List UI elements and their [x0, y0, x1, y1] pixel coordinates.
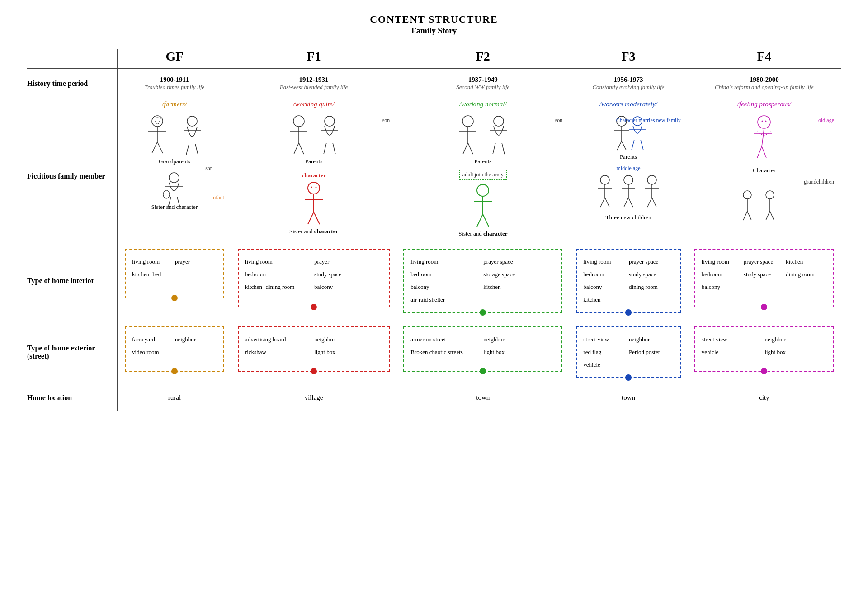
svg-line-3: [152, 142, 157, 153]
f1-parents-label: Parents: [236, 158, 392, 165]
exterior-label: Type of home exterior(street): [27, 320, 118, 385]
svg-point-6: [159, 121, 160, 122]
item-farmyard: farm yard: [132, 334, 174, 345]
history-f4-desc: China's reform and opening-up family lif…: [692, 84, 836, 91]
exterior-f4-box: street view neighbor vehicle light box: [694, 326, 834, 372]
svg-line-59: [605, 198, 609, 207]
svg-line-29: [314, 212, 320, 224]
father-f1-svg: [287, 115, 311, 156]
svg-point-25: [308, 182, 320, 194]
svg-line-9: [186, 144, 189, 155]
item-poster: Period poster: [629, 346, 674, 358]
exterior-f1-box: advertising hoard neighbor rickshaw ligh…: [238, 326, 390, 372]
room-living: living room: [702, 256, 743, 268]
interior-label: Type of home interior: [27, 242, 118, 320]
history-f4: 1980-2000 China's reform and opening-up …: [688, 69, 841, 98]
history-gf-desc: Troubled times family life: [123, 84, 226, 91]
exterior-f4-dot: [761, 368, 767, 374]
father-f2: [456, 115, 481, 156]
item-neighbor: neighbor: [764, 334, 827, 345]
item-neighbor: neighbor: [314, 334, 382, 345]
mother-f1-svg: [318, 115, 341, 156]
interior-f4-box: living room prayer space kitchen bedroom…: [694, 249, 834, 307]
item-neighbor: neighbor: [629, 334, 674, 345]
history-f1-desc: East-west blended family life: [236, 84, 392, 91]
father-f2-svg: [456, 115, 481, 156]
history-f3-year: 1956-1973: [574, 76, 683, 84]
room-kitchen-bed: kitchen+bed: [132, 269, 174, 280]
gf-grandparents-label: Grandparents: [123, 158, 226, 165]
family-f2-cell: son Parents adult join the army: [396, 110, 569, 242]
room-airraid: air-raid shelter: [410, 294, 482, 306]
history-gf-year: 1900-1911: [123, 76, 226, 84]
history-gf: 1900-1911 Troubled times family life: [118, 69, 231, 98]
grandchildren-svg: [735, 188, 793, 226]
character-f1-figure: [299, 181, 329, 227]
interior-f3-rooms: living room prayer space bedroom study s…: [583, 256, 673, 306]
svg-point-32: [462, 116, 473, 127]
svg-point-81: [766, 191, 774, 199]
location-gf: rural: [118, 385, 231, 411]
interior-gf-box: living room prayer kitchen+bed: [125, 249, 224, 298]
svg-line-40: [502, 143, 505, 154]
exterior-f3-items: street view neighbor red flag Period pos…: [583, 334, 673, 371]
room-bedroom: bedroom: [702, 269, 743, 280]
item-vehicle: vehicle: [583, 359, 628, 371]
grandpa-svg: [144, 115, 171, 156]
svg-point-75: [765, 121, 767, 122]
svg-line-19: [294, 143, 299, 154]
svg-line-58: [600, 198, 605, 207]
svg-line-44: [477, 214, 483, 227]
f1-character-label: character: [302, 172, 326, 179]
interior-f2-rooms: living room prayer space bedroom storage…: [410, 256, 555, 306]
interior-row: Type of home interior living room prayer…: [27, 242, 841, 320]
room-prayer: prayer space: [629, 256, 674, 268]
character-f2-svg: [468, 184, 498, 229]
column-headers-row: GF F1 F2 F3 F4: [27, 49, 841, 69]
f4-old-age-label: old age: [818, 117, 834, 124]
exterior-f3-dot: [625, 374, 632, 381]
svg-line-28: [308, 212, 314, 224]
location-f2: town: [396, 385, 569, 411]
interior-f2-box: living room prayer space bedroom storage…: [403, 249, 562, 313]
interior-f4-dot: [761, 304, 767, 310]
svg-point-74: [762, 121, 763, 122]
family-f3-cell: Character marries new family Parents mid…: [569, 110, 687, 242]
col-header-f4: F4: [688, 49, 841, 69]
room-balcony: balcony: [702, 281, 743, 293]
grandpa-figure: [144, 115, 171, 156]
f2-son-label: son: [555, 117, 563, 124]
svg-point-16: [293, 116, 304, 127]
f3-three-children-label: Three new children: [574, 214, 683, 221]
history-f2: 1937-1949 Second WW family life: [396, 69, 569, 98]
room-balcony: balcony: [583, 281, 628, 293]
family-f4-grandchildren: [692, 188, 836, 226]
family-f1-bottom: character Sis: [236, 172, 392, 235]
location-f4: city: [688, 385, 841, 411]
status-row: /farmers/ /working quite/ /working norma…: [27, 98, 841, 110]
f2-army-note: adult join the army: [459, 170, 507, 180]
item-videoroom: video room: [132, 346, 174, 358]
f1-sister-label: Sister and character: [289, 228, 338, 235]
three-children-svg: [592, 174, 665, 213]
f2-sister-label: Sister and character: [401, 230, 565, 237]
item-chaotic: Broken chaotic streets: [410, 346, 482, 358]
location-f1: village: [231, 385, 396, 411]
svg-line-79: [743, 211, 747, 220]
room-dining: dining room: [786, 269, 827, 280]
location-label: Home location: [27, 385, 118, 411]
grandma-svg: [180, 115, 205, 156]
interior-f1-box: living room prayer bedroom study space k…: [238, 249, 390, 307]
svg-line-80: [747, 211, 751, 220]
history-f4-year: 1980-2000: [692, 76, 836, 84]
svg-point-5: [155, 121, 156, 122]
history-f1-year: 1912-1931: [236, 76, 392, 84]
svg-line-84: [766, 211, 770, 220]
location-row: Home location rural village town town ci…: [27, 385, 841, 411]
exterior-gf-items: farm yard neighbor video room: [132, 334, 217, 358]
item-streetview: street view: [702, 334, 764, 345]
svg-point-7: [187, 116, 197, 126]
father-f1: [287, 115, 311, 156]
exterior-f1-items: advertising hoard neighbor rickshaw ligh…: [245, 334, 382, 358]
svg-line-24: [333, 143, 335, 154]
